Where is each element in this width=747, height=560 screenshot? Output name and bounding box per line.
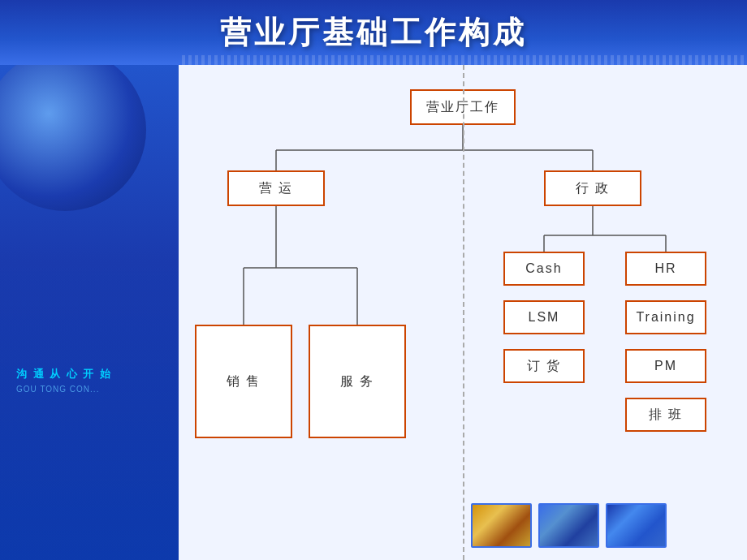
paiban-box: 排 班	[625, 398, 706, 432]
yingyun-box: 营 运	[227, 170, 325, 206]
training-box: Training	[625, 300, 706, 334]
vertical-separator	[463, 65, 464, 560]
header: 营业厅基础工作构成	[0, 0, 747, 65]
thumbnail-2	[538, 503, 599, 548]
thumbnail-row	[471, 503, 667, 548]
dinghuo-box: 订 货	[503, 349, 585, 383]
left-panel-slogan: 沟 通 从 心 开 始	[16, 367, 112, 381]
xingzheng-box: 行 政	[544, 170, 641, 206]
thumbnail-1	[471, 503, 532, 548]
lsm-box: LSM	[503, 300, 585, 334]
hr-box: HR	[625, 252, 706, 286]
cash-box: Cash	[503, 252, 585, 286]
globe-decoration	[0, 65, 146, 211]
main-content: 营业厅工作 营 运 行 政 销 售 服 务 Cash LSM 订 货 HR	[179, 65, 747, 560]
page-title: 营业厅基础工作构成	[220, 12, 527, 54]
pm-box: PM	[625, 349, 706, 383]
xiaoshou-box: 销 售	[195, 325, 292, 438]
left-panel: 沟 通 从 心 开 始 GOU TONG CON...	[0, 65, 179, 560]
fuwu-box: 服 务	[309, 325, 406, 438]
header-decoration	[179, 55, 747, 65]
left-panel-subtext: GOU TONG CON...	[16, 385, 99, 394]
org-chart: 营业厅工作 营 运 行 政 销 售 服 务 Cash LSM 订 货 HR	[179, 65, 747, 560]
thumbnail-3	[606, 503, 667, 548]
person-decoration	[0, 252, 179, 560]
